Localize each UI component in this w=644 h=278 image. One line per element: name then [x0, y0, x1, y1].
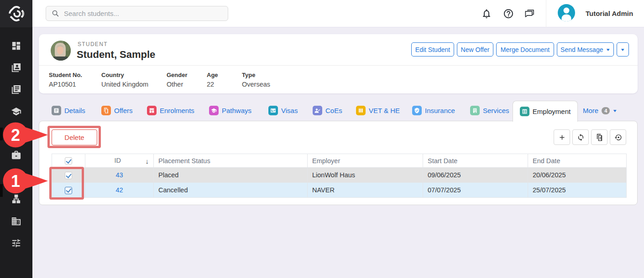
refresh-icon [577, 134, 585, 141]
insurance-icon [412, 106, 422, 115]
end-date-cell: 25/07/2025 [528, 183, 627, 198]
tab-more[interactable]: More4▼ [583, 100, 617, 121]
id-cell[interactable]: 42 [85, 183, 154, 198]
offers-icon [101, 106, 111, 115]
send-message-button[interactable]: Send Message▼ [557, 42, 614, 57]
column-header-start-date[interactable]: Start Date [423, 154, 528, 168]
tabs-row: DetailsOffersEnrolmentsPathwaysVisasCoEs… [39, 100, 638, 121]
start-date-cell: 09/06/2025 [423, 168, 528, 183]
history-button[interactable] [610, 129, 626, 145]
sidebar-item-education[interactable] [0, 107, 32, 118]
select-all-checkbox[interactable] [65, 157, 72, 165]
info-value: Other [167, 81, 188, 88]
select-all-header[interactable] [52, 154, 85, 168]
tab-label: Visas [281, 107, 298, 114]
annotation-highlight-checkboxes [49, 167, 84, 200]
search-input[interactable]: Search students... [46, 6, 228, 21]
search-icon [52, 10, 59, 17]
tab-coes[interactable]: CoEs [313, 100, 342, 121]
tab-enrolments[interactable]: Enrolments [147, 100, 194, 121]
student-photo[interactable] [51, 41, 71, 61]
coes-icon [313, 106, 322, 115]
annotation-callout-2: 2 [2, 122, 49, 150]
history-icon [614, 134, 622, 141]
sidebar-item-contacts[interactable] [0, 63, 32, 74]
pathways-icon [209, 106, 219, 115]
sort-descending-icon: ↓ [146, 157, 149, 165]
user-name[interactable]: Tutorial Admin [586, 10, 633, 17]
services-icon [470, 106, 480, 115]
tab-offers[interactable]: Offers [101, 100, 133, 121]
sidebar-item-dashboard[interactable] [0, 41, 32, 52]
chat-icon[interactable] [524, 8, 535, 19]
placement-status-cell: Cancelled [154, 183, 308, 198]
sidebar-item-documents[interactable] [0, 85, 32, 96]
sidebar-item-building[interactable] [0, 216, 32, 227]
help-icon[interactable] [503, 8, 514, 19]
info-label: Student No. [49, 72, 82, 78]
edit-student-button[interactable]: Edit Student [411, 42, 454, 57]
topbar-divider [546, 0, 546, 27]
column-header-id[interactable]: ID↓ [85, 154, 154, 168]
app-logo[interactable] [0, 0, 32, 27]
user-avatar[interactable] [558, 4, 575, 21]
employment-table: ID↓Placement StatusEmployerStart DateEnd… [52, 154, 627, 198]
building-icon [11, 216, 21, 228]
sidebar-item-settings[interactable] [0, 238, 32, 249]
tab-pathways[interactable]: Pathways [209, 100, 251, 121]
card-divider [39, 65, 638, 66]
tab-label: Services [483, 107, 509, 114]
refresh-button[interactable] [572, 129, 589, 145]
tab-label: CoEs [325, 107, 342, 114]
details-icon [52, 106, 61, 115]
bell-icon[interactable] [481, 8, 492, 19]
new-offer-button[interactable]: New Offer [457, 42, 493, 57]
info-label: Type [242, 72, 270, 78]
student-info-gender: GenderOther [167, 72, 188, 88]
employment-icon [520, 107, 529, 116]
student-type-label: STUDENT [78, 41, 108, 47]
employment-panel: Delete ID↓Placement StatusEmployerStart … [39, 121, 638, 205]
column-header-placement-status[interactable]: Placement Status [154, 154, 308, 168]
tab-vet-he[interactable]: VET & HE [356, 100, 400, 121]
info-label: Age [207, 72, 218, 78]
info-label: Gender [167, 72, 188, 78]
more-actions-dropdown-button[interactable]: ▼ [617, 42, 629, 57]
visas-icon [268, 106, 278, 115]
topbar: Search students... Tutorial Admin [32, 0, 644, 27]
tab-visas[interactable]: Visas [268, 100, 298, 121]
tab-details[interactable]: Details [52, 100, 85, 121]
svg-text:2: 2 [11, 126, 20, 144]
copy-icon [596, 134, 603, 141]
info-value: 22 [207, 81, 218, 88]
tab-insurance[interactable]: Insurance [412, 100, 455, 121]
tab-label: VET & HE [369, 107, 400, 114]
more-label: More [583, 107, 598, 114]
add-button[interactable] [554, 129, 570, 145]
tab-services[interactable]: Services [470, 100, 509, 121]
column-header-end-date[interactable]: End Date [528, 154, 627, 168]
svg-text:1: 1 [11, 172, 20, 190]
employer-cell: LionWolf Haus [308, 168, 423, 183]
tab-label: Details [64, 107, 85, 114]
search-placeholder: Search students... [64, 10, 119, 17]
tab-employment[interactable]: Employment [513, 101, 578, 122]
info-label: Country [101, 72, 148, 78]
student-name: Student, Sample [77, 49, 155, 61]
end-date-cell: 20/06/2025 [528, 168, 627, 183]
merge-document-button[interactable]: Merge Document [496, 42, 554, 57]
enrolments-icon [147, 106, 157, 115]
tab-label: Pathways [222, 107, 251, 114]
contacts-icon [11, 62, 21, 75]
info-value: AP10501 [49, 81, 82, 88]
sidebar-item-briefcase[interactable] [0, 150, 32, 161]
table-row: 43PlacedLionWolf Haus09/06/202520/06/202… [52, 168, 627, 183]
tab-label: Insurance [425, 107, 455, 114]
column-header-employer[interactable]: Employer [308, 154, 423, 168]
id-cell[interactable]: 43 [85, 168, 154, 183]
caret-down-icon: ▼ [613, 108, 618, 113]
add-icon [558, 134, 566, 141]
copy-button[interactable] [591, 129, 607, 145]
tab-label: Enrolments [160, 107, 194, 114]
documents-icon [11, 84, 21, 97]
